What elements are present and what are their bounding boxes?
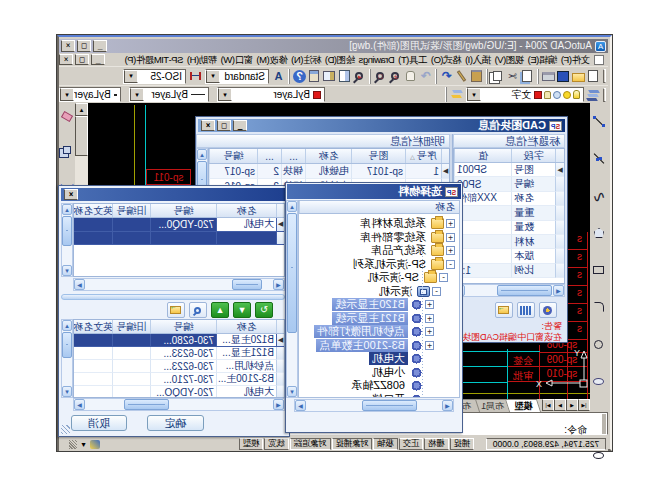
dim-style-icon[interactable] xyxy=(188,68,203,84)
column-header-seq[interactable]: 序号△ xyxy=(405,149,441,163)
text-style-combo[interactable]: Standard ▼ xyxy=(205,69,269,84)
menu-item-9[interactable]: 标注(N) xyxy=(290,53,324,66)
mdi-restore-button[interactable]: □ xyxy=(75,54,89,65)
close-button[interactable]: × xyxy=(64,189,78,200)
scroll-up-icon[interactable]: ▲ xyxy=(62,204,72,215)
undo-icon[interactable]: ↶ xyxy=(439,68,454,84)
selector-top-hscrollbar[interactable]: ◀ ▶ xyxy=(73,278,285,291)
plot-preview-icon[interactable] xyxy=(520,68,535,84)
column-header-old-code[interactable]: 旧编号 xyxy=(112,320,150,333)
app-titlebar[interactable]: A AutoCAD 2004 - [E:\UG\dwg\图形\装试用图(部件).… xyxy=(59,39,608,53)
scroll-up-icon[interactable]: ▲ xyxy=(197,149,207,160)
menu-item-1[interactable]: 文件(F) xyxy=(559,53,592,66)
line-icon[interactable] xyxy=(590,113,608,131)
tab-nav-prev[interactable]: ◀ xyxy=(566,399,578,411)
tree-item-6[interactable]: -演示机 xyxy=(299,285,459,299)
gear-plus-icon[interactable] xyxy=(539,302,557,318)
selector-titlebar[interactable]: × xyxy=(61,188,287,201)
cut-icon[interactable]: ✂ xyxy=(505,68,520,84)
scroll-right-icon[interactable]: ▶ xyxy=(295,400,306,411)
tab-nav-last[interactable]: ▶| xyxy=(542,399,554,411)
toggle-对象捕捉[interactable]: 对象捕捉 xyxy=(332,438,373,450)
toggle-模型[interactable]: 模型 xyxy=(239,438,263,450)
tree-item-7[interactable]: +B120主显示线 xyxy=(299,298,459,312)
expand-icon[interactable]: + xyxy=(446,246,455,255)
column-header-english-name[interactable]: 英文名称 xyxy=(73,320,112,333)
scrollbar-thumb[interactable] xyxy=(287,213,297,333)
copy-icon[interactable] xyxy=(490,68,505,84)
scroll-left-icon[interactable]: ◀ xyxy=(553,285,564,296)
minimize-button[interactable]: _ xyxy=(93,40,107,52)
toggle-线宽[interactable]: 线宽 xyxy=(264,438,288,450)
arc-icon[interactable] xyxy=(590,298,608,316)
expand-icon[interactable]: + xyxy=(425,341,434,350)
paste-icon[interactable] xyxy=(469,68,484,84)
tree-vscrollbar[interactable]: ▲ ▼ xyxy=(286,200,298,398)
toggle-对象追踪[interactable]: 对象追踪 xyxy=(290,438,331,450)
circle-icon[interactable] xyxy=(590,335,608,353)
zoom-previous-icon[interactable]: ◂ xyxy=(352,68,367,84)
combo-dropdown-icon[interactable]: ▼ xyxy=(130,88,144,101)
scrollbar-thumb[interactable] xyxy=(62,332,72,358)
move-up-icon[interactable]: ▲ xyxy=(211,302,229,318)
selector-bottom-row[interactable]: ▶B120主显...730-6280... xyxy=(74,334,284,347)
column-header-c5[interactable]: ... xyxy=(257,149,281,163)
collapse-icon[interactable]: - xyxy=(439,273,448,282)
minimize-button[interactable]: _ xyxy=(233,120,247,131)
tree-item-11[interactable]: 大电机 xyxy=(299,352,459,366)
column-header-old-code[interactable]: 旧编号 xyxy=(112,204,150,217)
tree-item-8[interactable]: +B121主显示线 xyxy=(299,312,459,326)
layers-icon[interactable] xyxy=(586,87,601,103)
scrollbar-thumb[interactable] xyxy=(497,285,552,296)
tree-item-5[interactable]: -SP-演示机 xyxy=(299,271,459,285)
tree-item-10[interactable]: +B3-2100主数单点 xyxy=(299,339,459,353)
selector-bottom-vscrollbar[interactable]: ▲ ▼ xyxy=(61,319,73,398)
match-properties-icon[interactable] xyxy=(454,68,469,84)
combo-dropdown-icon[interactable]: ▼ xyxy=(218,88,232,101)
layer-combo[interactable]: 文字 ▼ xyxy=(466,87,584,102)
menu-item-6[interactable]: 工具(T) xyxy=(397,53,430,66)
menu-item-13[interactable]: SP-TIM题件(P) xyxy=(123,53,185,66)
column-header-drawing-no[interactable]: 图号 xyxy=(351,149,405,163)
command-grab-bar[interactable] xyxy=(602,414,606,434)
column-header-value[interactable]: 值 xyxy=(454,149,511,162)
lineweight-combo[interactable]: ByLayer ▼ xyxy=(59,87,121,102)
construction-line-icon[interactable] xyxy=(590,150,608,168)
properties-icon[interactable] xyxy=(337,68,352,84)
scroll-down-icon[interactable]: ▼ xyxy=(62,386,72,397)
communication-center-icon[interactable] xyxy=(90,440,100,449)
expand-icon[interactable]: + xyxy=(425,300,434,309)
scroll-right-icon[interactable]: ▶ xyxy=(74,399,85,410)
menu-item-2[interactable]: 编辑(E) xyxy=(526,53,559,66)
scrollbar-thumb[interactable] xyxy=(75,116,88,156)
title-block-row[interactable]: 名称XXX部件 xyxy=(454,192,564,206)
title-block-row[interactable]: ▶图号SP001 xyxy=(454,163,564,177)
toggle-栅格[interactable]: 栅格 xyxy=(424,438,448,450)
combo-dropdown-icon[interactable]: ▼ xyxy=(206,70,220,83)
resize-grip[interactable] xyxy=(61,425,70,434)
erase-icon[interactable] xyxy=(58,107,76,125)
material-tree[interactable]: +系统原材料库+系统零部件库+系统产品库-SP-演示机系列-SP-演示机-演示机… xyxy=(298,214,460,398)
scrollbar-thumb[interactable] xyxy=(362,400,417,411)
selector-bottom-hscrollbar[interactable]: ◀ ▶ xyxy=(73,398,285,411)
close-button[interactable]: × xyxy=(61,40,75,52)
zoom-window-icon[interactable]: □ xyxy=(373,68,388,84)
column-header-c4[interactable]: ... xyxy=(281,149,305,163)
qnew-icon[interactable] xyxy=(586,68,601,84)
cancel-button[interactable]: 取消 xyxy=(71,415,127,431)
scrollbar-thumb[interactable] xyxy=(124,399,169,410)
import-folder-icon[interactable]: → xyxy=(495,302,513,318)
move-down-icon[interactable]: ▼ xyxy=(233,302,251,318)
search-icon[interactable] xyxy=(189,302,207,318)
scroll-down-icon[interactable]: ▼ xyxy=(287,386,297,397)
scroll-left-icon[interactable]: ◀ xyxy=(273,399,284,410)
selector-top-row[interactable] xyxy=(74,232,284,246)
menu-item-3[interactable]: 视图(V) xyxy=(493,53,526,66)
tree-item-1[interactable]: +系统原材料库 xyxy=(299,217,459,231)
tree-item-4[interactable]: -SP-演示机系列 xyxy=(299,258,459,272)
title-block-row[interactable]: 材料 xyxy=(454,235,564,249)
menu-item-11[interactable]: 窗口(W) xyxy=(219,53,255,66)
expand-icon[interactable]: + xyxy=(446,233,455,242)
scroll-right-icon[interactable]: ▶ xyxy=(74,279,85,290)
column-header-english-name[interactable]: 英文名称 xyxy=(73,204,112,217)
